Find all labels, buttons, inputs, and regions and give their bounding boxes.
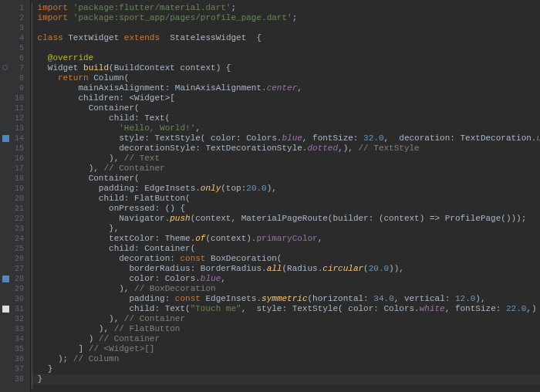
bookmark-icon[interactable] — [2, 275, 9, 282]
line-number[interactable]: 20 — [0, 194, 30, 204]
line-number[interactable]: 19 — [0, 184, 30, 194]
line-number[interactable]: 35 — [0, 344, 30, 354]
string: 'Hello, World!' — [119, 123, 195, 133]
line-number[interactable]: 30 — [0, 294, 30, 304]
code-line: Navigator.push(context, MaterialPageRout… — [32, 214, 540, 224]
line-number[interactable]: 1 — [0, 3, 30, 13]
class-name: StatelessWidget — [170, 33, 256, 42]
line-number[interactable]: 13 — [0, 123, 30, 133]
code-text: (Radius. — [282, 264, 322, 273]
code-line: ), // Container — [32, 314, 540, 324]
code-line: decoration: const BoxDecoration( — [32, 254, 540, 264]
keyword: extends — [124, 33, 170, 42]
method: only — [201, 184, 221, 193]
line-number[interactable]: 34 — [0, 334, 30, 344]
override-icon[interactable] — [2, 65, 8, 70]
code-text: borderRadius: BorderRadius. — [129, 264, 266, 273]
line-number[interactable]: 23 — [0, 224, 30, 234]
line-number[interactable]: 24 — [0, 234, 30, 244]
code-text: ( — [363, 264, 369, 273]
code-text: }, — [109, 224, 119, 233]
keyword: const — [180, 254, 211, 263]
string: "Touch me" — [191, 304, 241, 313]
line-number[interactable]: 16 — [0, 154, 30, 164]
code-text: Navigator. — [119, 214, 170, 223]
code-line: import 'package:flutter/material.dart'; — [32, 3, 540, 13]
code-text: child: Text( — [129, 304, 190, 313]
line-number[interactable]: 12 — [0, 113, 30, 123]
line-number[interactable]: 33 — [0, 324, 30, 334]
line-number[interactable]: 9 — [0, 83, 30, 93]
code-editor[interactable]: import 'package:flutter/material.dart'; … — [31, 0, 540, 392]
line-number[interactable]: 10 — [0, 93, 30, 103]
punct: , — [221, 274, 226, 283]
line-number[interactable]: 27 — [0, 264, 30, 274]
code-text: color: Colors. — [129, 274, 200, 283]
string: 'package:sport_app/pages/profile_page.da… — [73, 13, 292, 22]
code-text: , vertical: — [394, 294, 455, 303]
code-line: color: Colors.blue, — [32, 274, 540, 284]
type: Widget — [48, 63, 83, 73]
code-text: (top: — [221, 184, 246, 193]
comment: // Text — [124, 154, 160, 163]
code-text: child: FlatButton( — [99, 194, 191, 203]
code-text: ), — [109, 314, 124, 323]
ident: white — [420, 304, 445, 313]
code-line: ] // <Widget>[] — [32, 344, 540, 354]
comment: // Container — [124, 314, 185, 323]
line-number[interactable]: 6 — [0, 53, 30, 63]
line-number[interactable]: 37 — [0, 364, 30, 374]
line-number[interactable]: 3 — [0, 23, 30, 33]
line-number[interactable]: 11 — [0, 103, 30, 113]
line-number[interactable]: 5 — [0, 43, 30, 53]
bookmark-icon[interactable] — [2, 135, 9, 142]
line-number[interactable]: 2 — [0, 13, 30, 23]
code-text: ), — [89, 164, 104, 173]
line-number[interactable]: 28 — [0, 274, 30, 284]
line-number[interactable]: 14 — [0, 133, 30, 144]
number: 20.0 — [246, 184, 266, 193]
line-number[interactable]: 8 — [0, 73, 30, 83]
line-number[interactable]: 36 — [0, 354, 30, 364]
code-text: EdgeInsets. — [205, 294, 262, 303]
class-name: TextWidget — [68, 33, 124, 42]
line-number[interactable]: 25 — [0, 244, 30, 254]
code-text: ); — [58, 354, 73, 363]
annotation: @override — [48, 53, 93, 63]
line-number[interactable]: 21 — [0, 204, 30, 214]
code-text: Container( — [89, 103, 140, 113]
code-line — [32, 23, 540, 33]
code-line: Container( — [32, 103, 540, 113]
code-text: ) — [89, 334, 99, 343]
line-number[interactable]: 18 — [0, 174, 30, 184]
line-number[interactable]: 22 — [0, 214, 30, 224]
code-line: ), // Text — [32, 154, 540, 164]
line-number[interactable]: 4 — [0, 33, 30, 43]
code-line: ); // Column — [32, 354, 540, 364]
line-number[interactable]: 29 — [0, 284, 30, 294]
line-number[interactable]: 38 — [0, 374, 30, 384]
code-line: padding: const EdgeInsets.symmetric(hori… — [32, 294, 540, 304]
code-text: ), — [267, 184, 277, 193]
comment: // Container — [99, 334, 160, 343]
code-line — [32, 43, 540, 53]
code-line: children: <Widget>[ — [32, 93, 540, 103]
line-number[interactable]: 31 — [0, 304, 30, 314]
call: Column( — [93, 73, 129, 83]
method: push — [170, 214, 190, 223]
code-text: , fontSize: — [302, 133, 363, 143]
code-line: textColor: Theme.of(context).primaryColo… — [32, 234, 540, 244]
keyword: return — [58, 73, 93, 83]
line-number[interactable]: 26 — [0, 254, 30, 264]
line-number[interactable]: 15 — [0, 144, 30, 154]
punct: ; — [292, 13, 298, 22]
method: of — [195, 234, 205, 243]
number: 12.0 — [455, 294, 475, 303]
line-number[interactable]: 32 — [0, 314, 30, 324]
code-line: child: Text( — [32, 113, 540, 123]
bookmark-icon[interactable] — [2, 306, 9, 313]
code-line: }, — [32, 224, 540, 234]
line-number[interactable]: 7 — [0, 63, 30, 73]
code-line: 'Hello, World!', — [32, 123, 540, 133]
line-number[interactable]: 17 — [0, 164, 30, 174]
